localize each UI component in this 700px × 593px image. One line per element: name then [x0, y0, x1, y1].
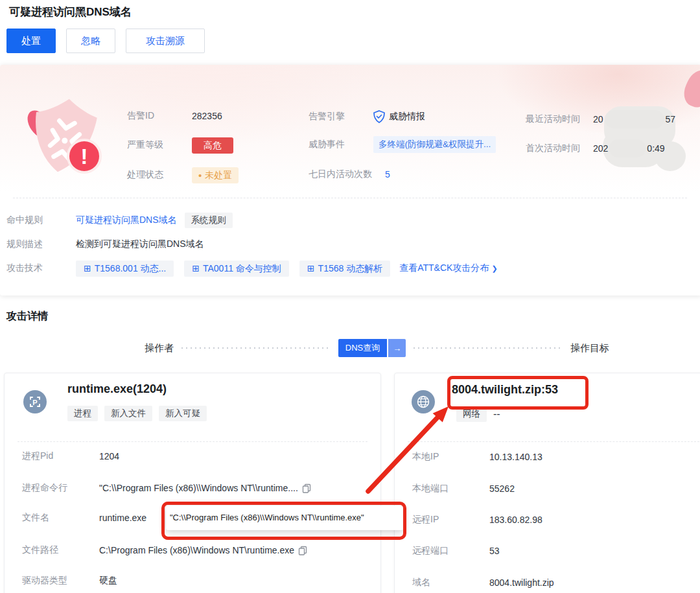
local-ip-value: 10.13.140.13 [489, 452, 542, 462]
attck-link-label: 查看ATT&CK攻击分布 [399, 262, 489, 274]
attack-detail-title: 攻击详情 [6, 310, 48, 323]
field-label: 远程IP [412, 514, 489, 526]
time-suffix: 0:49 [647, 143, 664, 154]
alert-shield-warning-icon: ! [18, 89, 109, 187]
field-label: 文件路径 [22, 544, 99, 556]
last-activity-time: 20 57 [593, 110, 675, 128]
dispose-button[interactable]: 处置 [6, 29, 56, 53]
tech-tag[interactable]: ⊞ T1568.001 动态... [76, 261, 174, 277]
remote-port-value: 53 [489, 546, 500, 556]
field-row: 告警ID 282356 [127, 110, 222, 122]
divider [13, 198, 687, 198]
entity-tag: 新入文件 [104, 406, 152, 421]
actor-label: 操作者 [145, 342, 174, 355]
rule-desc-row: 规则描述 检测到可疑进程访问黑DNS域名 [6, 238, 204, 250]
field-label: 域名 [412, 577, 489, 588]
field-label: 七日内活动次数 [309, 169, 372, 180]
time-prefix: 202 [593, 143, 608, 154]
tag-extra-value: -- [493, 408, 500, 420]
tech-tag[interactable]: ⊞ TA0011 命令与控制 [184, 261, 289, 277]
time-suffix: 57 [666, 114, 676, 124]
target-label: 操作目标 [570, 342, 609, 355]
copy-icon[interactable] [298, 546, 307, 555]
grid-icon: ⊞ [192, 264, 200, 273]
grid-icon: ⊞ [307, 264, 315, 273]
tech-tag-label: T1568 动态解析 [318, 263, 383, 274]
grid-icon: ⊞ [84, 264, 91, 273]
svg-text:!: ! [80, 144, 88, 169]
field-label: 进程Pid [22, 450, 99, 462]
activity-count-link[interactable]: 5 [385, 169, 390, 180]
threat-event-link[interactable]: 多终端(防御规避&权限提升... [373, 136, 496, 153]
target-card: 8004.twilight.zip:53 网络 -- 本地IP 10.13.14… [394, 373, 700, 593]
field-label: 远程端口 [412, 545, 489, 557]
filename-value: runtime.exe [99, 513, 146, 523]
status-badge: • 未处置 [192, 167, 239, 183]
local-port-value: 55262 [489, 483, 515, 494]
first-activity-time: 202 0:49 [593, 139, 665, 157]
engine-text: 威胁情报 [389, 111, 425, 122]
hit-rule-row: 命中规则 可疑进程访问黑DNS域名 系统规则 [6, 213, 233, 228]
alert-id-value: 282356 [192, 111, 222, 121]
severity-badge: 高危 [192, 137, 233, 154]
ignore-button[interactable]: 忽略 [66, 29, 115, 53]
decorative-pink-shape [679, 66, 700, 111]
filepath-tooltip: "C:\\Program Files (x86)\\Windows NT\\ru… [166, 506, 403, 530]
attack-flow: 操作者 DNS查询 → 操作目标 [145, 338, 609, 358]
field-row: 进程Pid 1204 [22, 450, 119, 462]
trace-button[interactable]: 攻击溯源 [126, 29, 205, 53]
field-row: 告警引擎 威胁情报 [309, 110, 425, 123]
arrow-right-icon: → [388, 339, 406, 357]
redaction-blob [605, 110, 664, 128]
alert-summary-card: ! 告警ID 282356 严重等级 高危 处理状态 • 未处置 告警引擎 威胁… [0, 65, 700, 296]
field-row: 本地端口 55262 [412, 483, 515, 494]
process-avatar-icon: P [23, 390, 47, 413]
field-label: 文件名 [22, 512, 99, 524]
field-label: 命中规则 [6, 215, 76, 226]
cmdline-value: "C:\\Program Files (x86)\\Windows NT\\ru… [99, 483, 298, 493]
field-row: 首次活动时间 202 0:49 [526, 139, 665, 157]
field-label: 告警引擎 [309, 111, 373, 122]
field-row: 处理状态 • 未处置 [127, 167, 239, 183]
field-row: 驱动器类型 硬盘 [22, 575, 117, 587]
tech-tag-label: T1568.001 动态... [95, 263, 167, 274]
field-row: 威胁事件 多终端(防御规避&权限提升... [309, 136, 496, 153]
actor-card-tags: 进程 新入文件 新入可疑 [67, 406, 207, 421]
time-prefix: 20 [593, 114, 603, 124]
dns-query-badge[interactable]: DNS查询 → [338, 339, 406, 357]
field-row: 最近活动时间 20 57 [526, 110, 675, 128]
target-card-title: 8004.twilight.zip:53 [452, 383, 558, 397]
divider [408, 441, 700, 442]
toolbar: 处置 忽略 攻击溯源 [6, 29, 205, 53]
domain-value: 8004.twilight.zip [489, 577, 554, 588]
dns-query-label: DNS查询 [338, 339, 387, 357]
hit-rule-link[interactable]: 可疑进程访问黑DNS域名 [76, 215, 177, 226]
chevron-right-icon: ❯ [491, 264, 497, 273]
attck-distribution-link[interactable]: 查看ATT&CK攻击分布 ❯ [399, 262, 497, 274]
field-label: 本地端口 [412, 483, 489, 494]
field-label: 威胁事件 [309, 139, 373, 150]
field-row: 本地IP 10.13.140.13 [412, 451, 542, 463]
actor-card: P runtime.exe(1204) 进程 新入文件 新入可疑 进程Pid 1… [4, 373, 381, 593]
status-text: 未处置 [205, 170, 232, 181]
field-row: 远程IP 183.60.82.98 [412, 514, 542, 526]
shield-check-icon [373, 110, 385, 123]
field-label: 本地IP [412, 451, 489, 463]
actor-card-title: runtime.exe(1204) [67, 382, 167, 396]
field-label: 严重等级 [127, 139, 192, 151]
entity-tag: 新入可疑 [159, 406, 207, 421]
filepath-value: C:\Program Files (x86)\Windows NT\runtim… [99, 545, 294, 555]
field-label: 处理状态 [127, 169, 192, 181]
field-label: 进程命令行 [22, 482, 99, 494]
field-row: 七日内活动次数 5 [309, 169, 390, 180]
copy-icon[interactable] [302, 483, 311, 493]
target-card-tags: 网络 -- [456, 406, 500, 422]
field-label: 最近活动时间 [526, 113, 593, 125]
field-label: 首次活动时间 [526, 143, 593, 154]
entity-tag: 网络 [456, 406, 487, 422]
engine-value: 威胁情报 [373, 110, 425, 123]
field-label: 攻击技术 [6, 262, 76, 274]
tech-tag[interactable]: ⊞ T1568 动态解析 [299, 261, 390, 277]
pid-value: 1204 [99, 451, 119, 461]
field-label: 规则描述 [6, 238, 76, 250]
